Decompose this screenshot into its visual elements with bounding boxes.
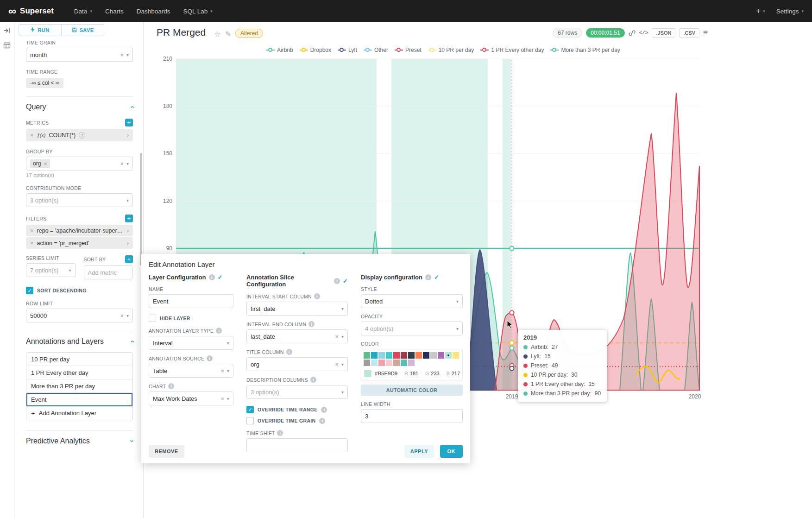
rgb-g-field[interactable]: G233 (422, 371, 440, 376)
clear-icon[interactable]: × (335, 333, 339, 340)
remove-icon[interactable]: × (30, 227, 34, 234)
add-filter-button[interactable]: + (125, 215, 133, 222)
time-grain-select[interactable]: month × ▾ (26, 48, 133, 62)
clear-icon[interactable]: × (120, 51, 124, 58)
color-swatch[interactable] (393, 352, 400, 359)
description-columns-select[interactable]: 3 option(s) ▾ (246, 385, 348, 399)
remove-button[interactable]: REMOVE (149, 445, 184, 458)
legend-item-other[interactable]: Other (364, 47, 388, 53)
checkbox-checked-icon[interactable]: ✓ (246, 406, 254, 413)
info-icon[interactable]: i (277, 430, 283, 436)
help-icon[interactable]: ? (79, 132, 85, 139)
nav-menu-dashboards[interactable]: Dashboards (137, 8, 170, 15)
add-annotation-layer-button[interactable]: + Add Annotation Layer (26, 406, 132, 420)
annotation-layer-item[interactable]: 1 PR Every other day (26, 366, 132, 379)
hide-layer-checkbox[interactable]: ✓ HIDE LAYER (149, 315, 233, 322)
info-icon[interactable]: i (286, 349, 292, 355)
legend-item-more-than-3-pr-per-day[interactable]: More than 3 PR per day (550, 47, 620, 53)
chart-menu-icon[interactable]: ≡ (703, 28, 708, 38)
color-swatch[interactable] (393, 360, 400, 366)
share-link-icon[interactable] (629, 30, 636, 37)
color-swatch[interactable] (423, 352, 429, 359)
info-icon[interactable]: i (207, 355, 213, 361)
annotations-section-header[interactable]: Annotations and Layers › (26, 331, 133, 346)
clear-icon[interactable]: × (120, 312, 124, 319)
interval-end-column-select[interactable]: last_date × ▾ (246, 329, 348, 343)
nav-menu-data[interactable]: Data ▾ (74, 8, 92, 15)
annotation-layer-item[interactable]: 10 PR per day (26, 353, 132, 366)
collapse-panel-icon[interactable] (3, 27, 12, 35)
new-item-menu[interactable]: + ▾ (756, 6, 765, 16)
info-icon[interactable]: i (314, 293, 320, 299)
sort-by-select[interactable]: Add metric (84, 265, 133, 279)
name-input[interactable] (149, 294, 233, 308)
legend-item-10-pr-per-day[interactable]: 10 PR per day (428, 47, 474, 53)
info-icon[interactable]: i (209, 274, 215, 280)
legend-item-airbnb[interactable]: Airbnb (266, 47, 293, 53)
title-column-select[interactable]: org × ▾ (246, 357, 348, 371)
checkbox-unchecked-icon[interactable]: ✓ (149, 315, 156, 322)
series-limit-select[interactable]: 7 option(s) ▾ (26, 263, 76, 277)
legend-item-lyft[interactable]: Lyft (338, 47, 357, 53)
filter-pill-action[interactable]: × action = 'pr_merged' › (26, 237, 133, 249)
color-swatch[interactable] (386, 352, 392, 359)
predictive-analytics-section-header[interactable]: Predictive Analytics › (26, 430, 133, 445)
annotation-layer-item[interactable]: More than 3 PR per day (26, 379, 132, 393)
interval-start-column-select[interactable]: first_date ▾ (246, 302, 348, 316)
color-swatch[interactable] (401, 352, 407, 359)
color-swatch[interactable] (415, 352, 422, 359)
clear-icon[interactable]: × (335, 361, 339, 368)
time-range-value[interactable]: -∞ ≤ col < ∞ (26, 78, 63, 88)
add-sort-metric-button[interactable]: + (125, 255, 133, 263)
info-icon[interactable]: i (308, 321, 315, 327)
override-time-range-checkbox[interactable]: ✓ OVERRIDE TIME RANGE i (246, 406, 348, 413)
edit-title-icon[interactable]: ✎ (225, 30, 231, 38)
automatic-color-button[interactable]: AUTOMATIC COLOR (361, 385, 463, 396)
superset-logo[interactable]: ∞ Superset (8, 6, 54, 17)
rgb-b-field[interactable]: B217 (443, 371, 460, 376)
legend-item-dropbox[interactable]: Dropbox (300, 47, 331, 53)
run-button[interactable]: RUN (19, 25, 61, 36)
line-width-input[interactable] (361, 409, 463, 423)
color-swatch[interactable] (364, 360, 370, 366)
settings-menu[interactable]: Settings ▾ (776, 8, 804, 15)
color-swatch[interactable] (453, 352, 459, 359)
info-icon[interactable]: i (425, 274, 431, 280)
sort-descending-checkbox[interactable]: ✓ SORT DESCENDING (26, 287, 133, 294)
annotation-layer-item-selected[interactable]: Event (26, 393, 132, 406)
style-select[interactable]: Dotted ▾ (361, 294, 463, 308)
override-time-grain-checkbox[interactable]: ✓ OVERRIDE TIME GRAIN i (246, 417, 348, 424)
save-button[interactable]: SAVE (61, 25, 104, 36)
color-swatch[interactable] (371, 360, 378, 366)
remove-icon[interactable]: × (30, 240, 34, 246)
color-swatch[interactable] (408, 360, 415, 366)
color-swatch[interactable] (386, 360, 392, 366)
color-swatch[interactable] (371, 352, 378, 359)
annotation-layer-type-select[interactable]: Interval ▾ (149, 336, 233, 350)
color-swatch[interactable] (430, 352, 437, 359)
clear-icon[interactable]: × (120, 160, 124, 167)
color-swatch[interactable] (401, 360, 407, 366)
apply-button[interactable]: APPLY (404, 445, 434, 458)
export-json-button[interactable]: .JSON (652, 28, 675, 38)
color-swatch[interactable] (378, 360, 385, 366)
info-icon[interactable]: i (321, 407, 327, 413)
export-csv-button[interactable]: .CSV (679, 28, 699, 38)
dataset-grid-icon[interactable] (3, 42, 12, 50)
row-limit-select[interactable]: 50000 × ▾ (26, 309, 133, 322)
remove-icon[interactable]: × (30, 132, 34, 139)
checkbox-checked-icon[interactable]: ✓ (26, 287, 33, 294)
opacity-select[interactable]: 4 option(s) ▾ (361, 322, 463, 335)
time-shift-input[interactable] (246, 438, 348, 452)
info-icon[interactable]: i (334, 278, 340, 284)
info-icon[interactable]: i (319, 418, 325, 424)
color-swatch[interactable] (378, 352, 385, 359)
info-icon[interactable]: i (310, 377, 316, 383)
annotation-source-select[interactable]: Table × ▾ (149, 364, 233, 378)
color-swatch-selected[interactable] (445, 352, 452, 359)
clear-icon[interactable]: × (220, 395, 224, 402)
metric-pill-count[interactable]: × ƒ(x) COUNT(*) ? › (26, 129, 133, 141)
group-by-tag-org[interactable]: org × (30, 159, 50, 168)
legend-item-1-pr-every-other-day[interactable]: 1 PR Every other day (480, 47, 544, 53)
query-section-header[interactable]: Query › (26, 96, 133, 111)
